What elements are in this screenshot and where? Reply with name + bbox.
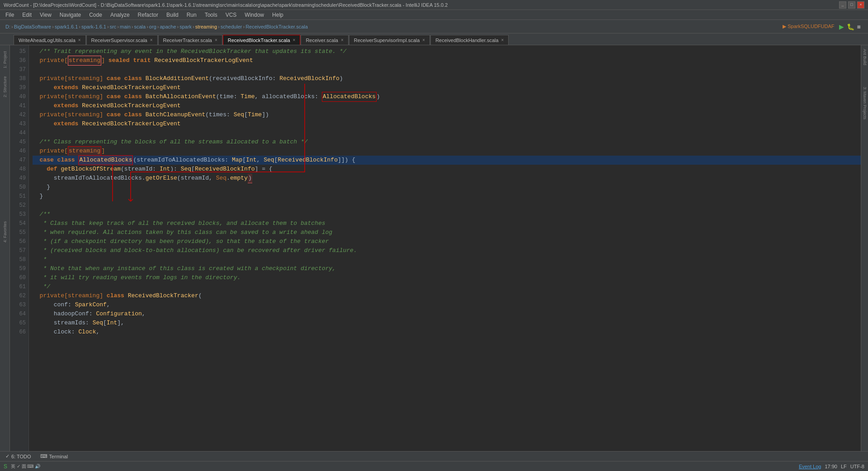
tab-receivedblocktracker[interactable]: ReceivedBlockTracker.scala × (223, 35, 301, 45)
menu-vcs[interactable]: VCS (222, 11, 241, 19)
code-line-52 (33, 201, 861, 210)
title-bar: WordCount - [D:\IdeaProjects\WordCount] … (0, 0, 868, 10)
todo-icon: ✓ (5, 453, 9, 459)
tab-close-icon[interactable]: × (78, 38, 81, 43)
code-line-39: extends ReceivedBlockTrackerLogEvent (33, 83, 861, 92)
event-log-link[interactable]: Event Log (799, 464, 821, 469)
tab-receiversupervisorimpl[interactable]: ReceiverSupervisorImpl.scala × (349, 35, 430, 45)
bc-spark[interactable]: spark-1.6.1 (81, 24, 106, 29)
code-line-62: private[streaming] class ReceivedBlockTr… (33, 291, 861, 300)
bc-spark2[interactable]: spark (179, 24, 192, 29)
code-line-56: * (if a checkpoint directory has been pr… (33, 237, 861, 246)
bc-apache[interactable]: apache (160, 24, 176, 29)
stop-button[interactable]: ■ (857, 23, 861, 30)
tab-close-icon[interactable]: × (341, 38, 344, 43)
breadcrumb: D: › BigDataSoftware › spark1.6.1 › spar… (2, 20, 866, 33)
tab-receiversupervisor[interactable]: ReceiverSupervisor.scala × (86, 35, 158, 45)
minimize-button[interactable]: _ (839, 1, 846, 9)
sidebar-structure[interactable]: 2: Structure (1, 83, 9, 90)
menu-code[interactable]: Code (85, 11, 106, 19)
tab-bar: WriteAheadLogUtils.scala × ReceiverSuper… (0, 33, 868, 45)
status-bar: S 英 ✓ 圆 ⌨ 🔊 Event Log 17:90 LF UTF-8 (0, 461, 868, 471)
ant-build-label[interactable]: Ant Build (862, 47, 868, 67)
tab-close-icon[interactable]: × (501, 38, 504, 43)
tab-label: ReceiverSupervisorImpl.scala (354, 38, 420, 43)
code-line-57: * (received blocks and block-to-batch al… (33, 246, 861, 255)
maven-projects-label[interactable]: 3: Maven Projects (862, 85, 868, 121)
line-numbers: 35 36 37 38 39 40 41 42 43 44 45 46 47 4… (10, 45, 29, 451)
toolbar: D: › BigDataSoftware › spark1.6.1 › spar… (0, 20, 868, 33)
allocated-blocks-class: AllocatedBlocks (78, 155, 133, 165)
bc-spark161[interactable]: spark1.6.1 (55, 24, 78, 29)
tab-close-icon[interactable]: × (422, 38, 425, 43)
bc-file[interactable]: ReceivedBlockTracker.scala (245, 24, 308, 29)
menu-tools[interactable]: Tools (201, 11, 221, 19)
run-config[interactable]: ▶ SparkSQLUDFUDAF (783, 24, 834, 29)
cursor-position: 17:90 (825, 464, 837, 469)
terminal-label: Terminal (49, 454, 68, 459)
tab-close-icon[interactable]: × (215, 38, 217, 43)
tab-receiver[interactable]: Receiver.scala × (301, 35, 348, 45)
bc-d[interactable]: D: (5, 24, 10, 29)
code-line-55: * when required. All actions taken by th… (33, 228, 861, 237)
code-line-46: private[streaming] (33, 147, 861, 156)
code-line-41: extends ReceivedBlockTrackerLogEvent (33, 101, 861, 110)
code-line-59: * Note that when any instance of this cl… (33, 264, 861, 273)
bc-src[interactable]: src (110, 24, 117, 29)
menu-view[interactable]: View (36, 11, 55, 19)
code-line-47: case class AllocatedBlocks (streamIdToAl… (33, 156, 861, 165)
bc-bigdata[interactable]: BigDataSoftware (14, 24, 52, 29)
maximize-button[interactable]: □ (848, 1, 855, 9)
bc-org[interactable]: org (149, 24, 156, 29)
close-button[interactable]: × (857, 1, 864, 9)
tab-writeaheadlogutils[interactable]: WriteAheadLogUtils.scala × (14, 35, 86, 45)
bottom-tab-todo[interactable]: ✓ 6: TODO (2, 452, 35, 460)
tab-close-icon[interactable]: × (150, 38, 153, 43)
left-sidebar: 1: Project 2: Structure 4: Favorites (0, 45, 10, 451)
code-line-66: clock: Clock , (33, 328, 861, 337)
tab-receivertracker[interactable]: ReceiverTracker.scala × (158, 35, 222, 45)
tab-close-icon[interactable]: × (293, 38, 296, 43)
menu-refactor[interactable]: Refactor (134, 11, 162, 19)
main-layout: 1: Project 2: Structure 4: Favorites 35 … (0, 45, 868, 451)
code-line-35: /** Trait representing any event in the … (33, 47, 861, 56)
menu-file[interactable]: File (2, 11, 18, 19)
code-line-49: streamIdToAllocatedBlocks. getOrElse (st… (33, 174, 861, 183)
code-line-58: * (33, 255, 861, 264)
menu-build[interactable]: Build (163, 11, 182, 19)
tab-label: ReceiverSupervisor.scala (91, 38, 147, 43)
debug-button[interactable]: 🐛 (847, 23, 854, 30)
code-editor[interactable]: /** Trait representing any event in the … (29, 45, 861, 451)
code-line-45: /** Class representing the blocks of all… (33, 138, 861, 147)
window-controls[interactable]: _ □ × (839, 1, 864, 9)
menu-analyze[interactable]: Analyze (107, 11, 133, 19)
menu-bar: File Edit View Navigate Code Analyze Ref… (0, 10, 868, 20)
encoding: UTF-8 (850, 464, 864, 469)
menu-run[interactable]: Run (183, 11, 200, 19)
bc-scala[interactable]: scala (134, 24, 146, 29)
menu-window[interactable]: Window (241, 11, 268, 19)
bc-main[interactable]: main (120, 24, 131, 29)
bc-scheduler[interactable]: scheduler (221, 24, 242, 29)
run-button[interactable]: ▶ (839, 23, 844, 30)
bc-streaming[interactable]: streaming (195, 24, 217, 29)
bottom-tab-terminal[interactable]: ⌨ Terminal (37, 452, 72, 460)
menu-navigate[interactable]: Navigate (56, 11, 85, 19)
terminal-icon: ⌨ (40, 453, 47, 459)
code-line-43: extends ReceivedBlockTrackerLogEvent (33, 119, 861, 128)
tab-receivedblockhandler[interactable]: ReceivedBlockHandler.scala × (430, 35, 509, 45)
bottom-tabs: ✓ 6: TODO ⌨ Terminal (0, 451, 868, 461)
code-line-61: */ (33, 282, 861, 291)
code-line-36: private[streaming] sealed trait Received… (33, 56, 861, 65)
tab-label: ReceivedBlockTracker.scala (228, 38, 290, 43)
code-line-42: private[streaming] case class BatchClean… (33, 110, 861, 119)
menu-help[interactable]: Help (269, 11, 287, 19)
code-line-51: } (33, 192, 861, 201)
sidebar-favorites[interactable]: 4: Favorites (1, 228, 9, 235)
status-text: 英 ✓ 圆 ⌨ 🔊 (11, 463, 40, 470)
code-line-64: hadoopConf: Configuration , (33, 309, 861, 319)
menu-edit[interactable]: Edit (19, 11, 35, 19)
sidebar-project[interactable]: 1: Project (1, 56, 9, 63)
code-line-50: } (33, 183, 861, 192)
status-right: Event Log 17:90 LF UTF-8 (799, 464, 864, 469)
